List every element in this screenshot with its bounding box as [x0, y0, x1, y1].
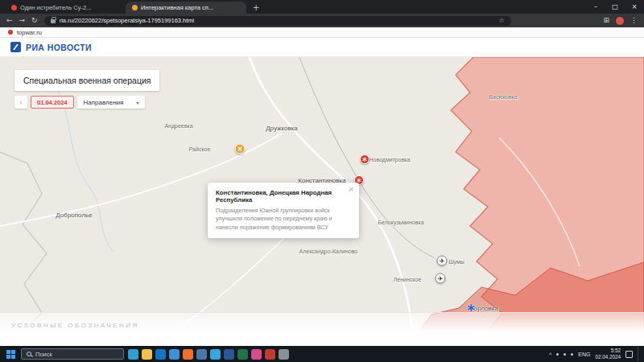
- clock[interactable]: 5:52 02.04.2024: [595, 348, 621, 360]
- popup-close-icon[interactable]: ×: [348, 185, 354, 193]
- bookmark-item-topwar[interactable]: topwar.ru: [17, 29, 42, 36]
- map-title-card: Специальная военная операция: [14, 70, 159, 91]
- extensions-icon[interactable]: ⊞: [603, 17, 609, 24]
- back-icon[interactable]: ←: [6, 17, 13, 24]
- aviation-marker-icon[interactable]: ✈: [436, 274, 446, 284]
- bookmarks-bar: topwar.ru: [0, 27, 644, 38]
- maximize-button[interactable]: □: [605, 0, 625, 14]
- taskbar-app-firefox[interactable]: [183, 349, 193, 360]
- taskbar-app-photos[interactable]: [251, 349, 262, 360]
- town-label: Андреевка: [164, 123, 192, 129]
- ria-favicon-icon: [132, 5, 138, 10]
- town-label: Александро-Калиново: [299, 249, 358, 254]
- town-label: Белокузьминовка: [378, 220, 423, 225]
- taskbar-app-edge[interactable]: [128, 349, 138, 360]
- popup-body: Подразделения Южной группировки войск ул…: [216, 207, 351, 232]
- town-label: Шумы: [448, 259, 464, 265]
- site-brand[interactable]: РИА НОВОСТИ: [26, 43, 92, 52]
- search-placeholder: Поиск: [35, 351, 52, 358]
- town-label: Новодмитровка: [369, 157, 411, 162]
- bookmark-star-icon[interactable]: ☆: [498, 17, 504, 24]
- taskbar-app-explorer[interactable]: [142, 349, 152, 360]
- tab-label: Интерактивная карта сп...: [141, 4, 213, 11]
- aviation-marker-icon[interactable]: ✈: [437, 256, 448, 266]
- town-label: Васюковка: [489, 94, 517, 100]
- taskbar-app-mail[interactable]: [169, 349, 180, 360]
- url-field[interactable]: ria.ru/20220622/spetsoperatsiya-17951991…: [44, 16, 511, 26]
- menu-icon[interactable]: ⋮: [630, 17, 638, 24]
- search-icon: [27, 352, 31, 356]
- start-button[interactable]: [4, 348, 17, 360]
- map-popup: × Константиновка, Донецкая Народная Респ…: [208, 183, 359, 238]
- date-badge[interactable]: 01.04.2024: [31, 96, 74, 109]
- refresh-icon[interactable]: ↻: [31, 17, 38, 24]
- toolbar-actions: ⊞ ⋮: [603, 17, 638, 25]
- tray-chevron-icon[interactable]: ^: [549, 352, 551, 357]
- town-label: Дружковка: [266, 125, 298, 132]
- notification-center-icon[interactable]: [625, 351, 633, 358]
- map-area[interactable]: АндреевкаРайскоеДружковкаНоводмитровкаКо…: [0, 57, 644, 346]
- clock-date: 02.04.2024: [595, 354, 621, 360]
- browser-tab-topwar[interactable]: Один истребитель Су-2...: [5, 2, 126, 14]
- network-icon[interactable]: [556, 353, 559, 356]
- screen: Один истребитель Су-2... Интерактивная к…: [0, 0, 644, 362]
- map-controls: ‹ 01.04.2024 Направления ▾: [14, 96, 145, 109]
- system-tray: ^ ENG 5:52 02.04.2024: [549, 346, 640, 362]
- taskbar-app-vk[interactable]: [196, 349, 207, 360]
- town-label: Ленинское: [394, 277, 422, 282]
- taskbar-apps: [128, 349, 289, 360]
- language-indicator[interactable]: ENG: [578, 352, 590, 357]
- new-tab-button[interactable]: +: [253, 3, 259, 14]
- tab-label: Один истребитель Су-2...: [20, 4, 91, 11]
- taskbar-search[interactable]: Поиск: [21, 348, 124, 360]
- strike-marker-icon[interactable]: ∗: [360, 154, 369, 164]
- window-controls: – □ ×: [586, 0, 644, 14]
- volume-icon[interactable]: [564, 353, 566, 356]
- topwar-favicon-icon: [11, 5, 17, 10]
- show-desktop-button[interactable]: [638, 346, 640, 362]
- town-label: Доброполье: [56, 212, 92, 219]
- taskbar-app-settings[interactable]: [279, 349, 289, 360]
- battery-icon[interactable]: [571, 353, 573, 356]
- url-text: ria.ru/20220622/spetsoperatsiya-17951991…: [60, 17, 195, 24]
- taskbar-app-player[interactable]: [265, 349, 275, 360]
- site-header: РИА НОВОСТИ: [0, 38, 644, 57]
- ria-logo-icon: [10, 42, 21, 52]
- bookmark-favicon-icon: [8, 30, 13, 35]
- prev-date-button[interactable]: ‹: [14, 96, 27, 109]
- taskbar-app-excel[interactable]: [237, 349, 248, 360]
- browser-tab-ria-map[interactable]: Интерактивная карта сп...: [126, 2, 246, 14]
- taskbar-app-word[interactable]: [224, 349, 234, 360]
- forward-icon[interactable]: →: [19, 17, 26, 24]
- close-button[interactable]: ×: [625, 0, 644, 14]
- minimize-button[interactable]: –: [586, 0, 605, 14]
- town-label: Райское: [189, 146, 211, 152]
- directions-dropdown[interactable]: Направления ▾: [77, 96, 146, 109]
- directions-label: Направления: [84, 99, 124, 106]
- chevron-down-icon: ▾: [136, 100, 138, 105]
- taskbar-app-store[interactable]: [155, 349, 166, 360]
- popup-title: Константиновка, Донецкая Народная Респуб…: [216, 189, 351, 204]
- clock-time: 5:52: [611, 348, 621, 354]
- taskbar: Поиск ^ ENG 5:52 02.04.2024: [0, 346, 644, 362]
- taskbar-app-telegram[interactable]: [210, 349, 221, 360]
- lock-icon: [51, 19, 56, 23]
- profile-avatar[interactable]: [616, 17, 624, 25]
- browser-addressbar: ← → ↻ ria.ru/20220622/spetsoperatsiya-17…: [0, 14, 644, 27]
- legend-bar[interactable]: УСЛОВНЫЕ ОБОЗНАЧЕНИЯ: [0, 312, 644, 346]
- browser-tabstrip: Один истребитель Су-2... Интерактивная к…: [0, 0, 644, 14]
- clash-marker-icon[interactable]: ×: [235, 144, 246, 154]
